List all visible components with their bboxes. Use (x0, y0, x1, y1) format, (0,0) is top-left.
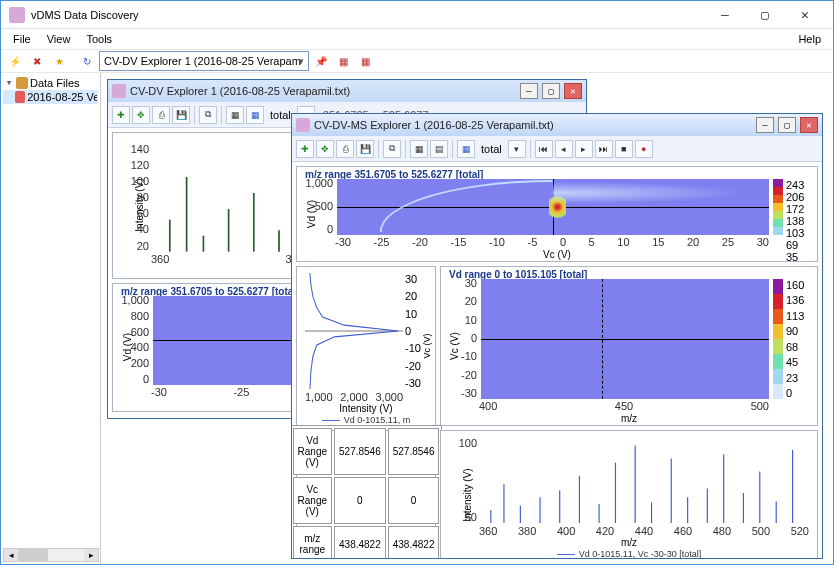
range-value[interactable]: 527.8546 (334, 428, 386, 475)
xtick: -25 (233, 386, 249, 398)
app-title: vDMS Data Discovery (31, 9, 705, 21)
ytick: 800 (131, 310, 149, 322)
toolbar-pin-icon[interactable]: 📌 (311, 51, 331, 71)
scroll-right-icon[interactable]: ▸ (84, 549, 98, 561)
sep (194, 106, 195, 124)
grid-icon (15, 91, 25, 103)
toolbar-action-b-icon[interactable]: ▦ (355, 51, 375, 71)
xtick: 5 (589, 236, 595, 248)
cv-dv-ms-explorer-window[interactable]: CV-DV-MS Explorer 1 (2016-08-25 Verapami… (291, 113, 823, 559)
window-icon (296, 118, 310, 132)
mdi-titlebar[interactable]: CV-DV Explorer 1 (2016-08-25 Verapamil.t… (108, 80, 586, 102)
ytick: 100 (131, 175, 149, 187)
menu-file[interactable]: File (7, 31, 37, 47)
tree-scrollbar[interactable]: ◂ ▸ (3, 548, 99, 562)
mdi-titlebar[interactable]: CV-DV-MS Explorer 1 (2016-08-25 Verapami… (292, 114, 822, 136)
menu-tools[interactable]: Tools (80, 31, 118, 47)
mdi-close-button[interactable]: ✕ (564, 83, 582, 99)
xtick: 0 (560, 236, 566, 248)
nav-last-icon[interactable]: ⏭ (595, 140, 613, 158)
range-label: Vd Range (V) (293, 428, 332, 475)
dropdown-icon[interactable]: ▾ (508, 140, 526, 158)
menu-help[interactable]: Help (792, 31, 827, 47)
xtick: 400 (557, 525, 575, 537)
layout-b-icon[interactable]: ▤ (430, 140, 448, 158)
mdi-maximize-button[interactable]: ▢ (542, 83, 560, 99)
range-value[interactable]: 0 (334, 477, 386, 524)
sep (405, 140, 406, 158)
xtick: 440 (635, 525, 653, 537)
cb-label: 90 (786, 325, 811, 337)
mass-spectrum-plot[interactable]: Intensity (V) 100 50 (440, 430, 818, 558)
copy-icon[interactable]: ⧉ (199, 106, 217, 124)
vd-vc-heatmap[interactable]: m/z range 351.6705 to 525.6277 [total] V… (296, 166, 818, 262)
range-value[interactable]: 527.8546 (388, 428, 440, 475)
cb-label: 69 (786, 239, 811, 251)
print-icon[interactable]: ⎙ (152, 106, 170, 124)
window-selector-combo[interactable]: CV-DV Explorer 1 (2016-08-25 Verapam (99, 51, 309, 71)
vc-mz-heatmap[interactable]: Vd range 0 to 1015.105 [total] Vc (V) 30… (440, 266, 818, 426)
xtick: 2,000 (340, 391, 368, 403)
ytick: 20 (465, 295, 477, 307)
nav-stop-icon[interactable]: ■ (615, 140, 633, 158)
nav-record-icon[interactable]: ● (635, 140, 653, 158)
grid-plus-icon[interactable]: ✚ (296, 140, 314, 158)
cb-label: 243 (786, 179, 811, 191)
xtick: 500 (752, 525, 770, 537)
x-ticks: -30-25 -20-15 -10-5 05 1015 2025 30 (335, 236, 769, 248)
x-axis-label: Vc (V) (543, 249, 571, 260)
tree-child-row[interactable]: 2016-08-25 Vera (3, 90, 98, 104)
nav-next-icon[interactable]: ▸ (575, 140, 593, 158)
range-label: Vc Range (V) (293, 477, 332, 524)
scroll-thumb[interactable] (18, 549, 48, 561)
grid-arrows-icon[interactable]: ✥ (316, 140, 334, 158)
print-icon[interactable]: ⎙ (336, 140, 354, 158)
save-icon[interactable]: 💾 (356, 140, 374, 158)
ytick: -20 (405, 360, 433, 372)
y-ticks: 1,000 800 600 400 200 0 (127, 294, 149, 386)
window-titlebar: vDMS Data Discovery — ▢ ✕ (1, 1, 833, 29)
grid-plus-icon[interactable]: ✚ (112, 106, 130, 124)
intensity-vc-curve[interactable]: 30 20 10 0 -10 -20 -30 Vc (V) 1,000 2,00… (296, 266, 436, 426)
sep (530, 140, 531, 158)
copy-icon[interactable]: ⧉ (383, 140, 401, 158)
toolbar-delete-icon[interactable]: ✖ (27, 51, 47, 71)
file-tree[interactable]: ▾ Data Files 2016-08-25 Vera ◂ ▸ (1, 73, 101, 564)
mdi-minimize-button[interactable]: — (756, 117, 774, 133)
minimize-button[interactable]: — (705, 2, 745, 28)
nav-first-icon[interactable]: ⏮ (535, 140, 553, 158)
mdi-client-area: CV-DV Explorer 1 (2016-08-25 Verapamil.t… (101, 73, 833, 564)
mdi-minimize-button[interactable]: — (520, 83, 538, 99)
layout-a-icon[interactable]: ▦ (410, 140, 428, 158)
range-value[interactable]: 0 (388, 477, 440, 524)
range-value[interactable]: 438.4822 (388, 526, 440, 558)
toolbar-zap-icon[interactable]: ⚡ (5, 51, 25, 71)
tree-root-row[interactable]: ▾ Data Files (3, 75, 98, 90)
cb-label: 103 (786, 227, 811, 239)
ytick: 0 (327, 223, 333, 235)
maximize-button[interactable]: ▢ (745, 2, 785, 28)
ytick: 0 (471, 332, 477, 344)
tree-collapse-icon[interactable]: ▾ (4, 76, 14, 89)
close-button[interactable]: ✕ (785, 2, 825, 28)
mdi-close-button[interactable]: ✕ (800, 117, 818, 133)
range-value[interactable]: 438.4822 (334, 526, 386, 558)
palette-icon[interactable]: ▦ (457, 140, 475, 158)
palette-icon[interactable]: ▦ (246, 106, 264, 124)
main-area: ▾ Data Files 2016-08-25 Vera ◂ ▸ CV-DV E… (1, 73, 833, 564)
xtick: 360 (151, 253, 169, 265)
toolbar-star-icon[interactable]: ★ (49, 51, 69, 71)
xtick: 360 (479, 525, 497, 537)
toolbar-action-a-icon[interactable]: ▦ (333, 51, 353, 71)
save-icon[interactable]: 💾 (172, 106, 190, 124)
scroll-left-icon[interactable]: ◂ (4, 549, 18, 561)
series-legend: Vd 0-1015.11, Vc -30-30 [total] (441, 549, 817, 558)
mdi-maximize-button[interactable]: ▢ (778, 117, 796, 133)
grid-arrows-icon[interactable]: ✥ (132, 106, 150, 124)
nav-prev-icon[interactable]: ◂ (555, 140, 573, 158)
layout-icon[interactable]: ▦ (226, 106, 244, 124)
toolbar-refresh-icon[interactable]: ↻ (77, 51, 97, 71)
combo-selected-text: CV-DV Explorer 1 (2016-08-25 Verapam (104, 55, 301, 67)
ytick: 30 (465, 277, 477, 289)
menu-view[interactable]: View (41, 31, 77, 47)
